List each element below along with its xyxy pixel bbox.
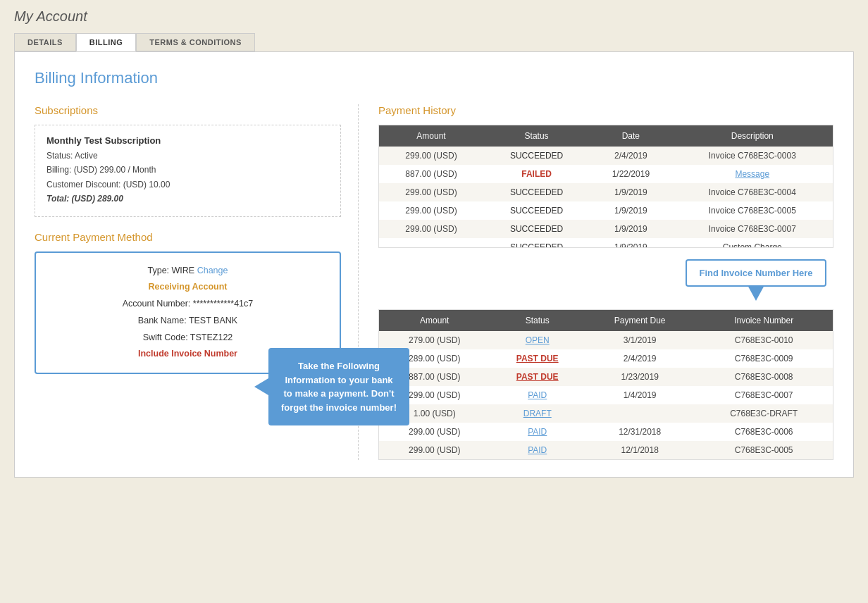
col-description: Description [672,125,833,147]
table-row: 289.00 (USD) PAST DUE 2/4/2019 C768E3C-0… [379,349,833,368]
table-row: 299.00 (USD) SUCCEEDED 2/4/2019 Invoice … [379,147,833,165]
table-row: SUCCEEDED 1/9/2019 Custom Charge [379,238,833,248]
tab-details[interactable]: DETAILS [14,33,76,51]
cell-status[interactable]: PAST DUE [490,349,585,368]
table-row: 1.00 (USD) DRAFT C768E3C-DRAFT [379,404,833,423]
cell-status[interactable]: PAST DUE [490,368,585,386]
cell-payment-due: 12/31/2018 [585,423,695,441]
payment-history-title: Payment History [378,104,833,116]
cell-status: SUCCEEDED [483,201,590,220]
cell-status: FAILED [483,165,590,183]
cell-amount: 299.00 (USD) [379,147,483,165]
table-row: 299.00 (USD) PAID 12/1/2018 C768E3C-0005 [379,441,833,459]
table-row: 299.00 (USD) SUCCEEDED 1/9/2019 Invoice … [379,201,833,220]
cell-invoice-number: C768E3C-0006 [695,423,833,441]
cell-invoice-number: C768E3C-0010 [695,331,833,349]
tab-terms[interactable]: TERMS & CONDITIONS [136,33,255,51]
description-text: Invoice C768E3C-0005 [709,206,796,216]
arrow-left-icon [254,378,268,395]
col-date: Date [590,125,671,147]
cell-date: 1/9/2019 [590,201,671,220]
inv-col-amount: Amount [379,310,490,331]
billing-title: Billing Information [35,69,833,87]
two-col-layout: Subscriptions Monthly Test Subscription … [35,104,833,460]
payment-history-table-container[interactable]: Amount Status Date Description 299.00 (U… [378,125,833,248]
cell-payment-due: 2/4/2019 [585,349,695,368]
inv-col-status: Status [490,310,585,331]
cell-amount: 299.00 (USD) [379,201,483,220]
description-text: Invoice C768E3C-0003 [709,151,796,161]
cell-amount: 279.00 (USD) [379,331,490,349]
description-text: Invoice C768E3C-0004 [709,187,796,197]
col-status: Status [483,125,590,147]
description-link[interactable]: Message [735,169,769,179]
cell-date: 2/4/2019 [590,147,671,165]
cell-date: 1/9/2019 [590,238,671,248]
cell-description: Invoice C768E3C-0004 [672,183,833,201]
cell-description: Message [672,165,833,183]
subscription-status: Status: Active [46,149,329,163]
cell-payment-due: 12/1/2018 [585,441,695,459]
cell-amount [379,238,483,248]
cell-description: Custom Charge [672,238,833,248]
cell-invoice-number: C768E3C-0009 [695,349,833,368]
cell-amount: 299.00 (USD) [379,441,490,459]
invoices-table-container[interactable]: Amount Status Payment Due Invoice Number… [378,309,833,460]
arrow-down-icon [748,285,764,301]
subscription-discount: Customer Discount: (USD) 10.00 [46,178,329,192]
swift-code: Swift Code: TSTEZ122 [47,330,328,347]
description-text: Custom Charge [723,242,782,248]
tabs-bar: DETAILS BILLING TERMS & CONDITIONS [14,33,854,51]
cell-status: SUCCEEDED [483,183,590,201]
cell-invoice-number: C768E3C-0008 [695,368,833,386]
find-invoice-callout: Find Invoice Number Here [686,259,826,287]
col-amount: Amount [379,125,483,147]
cell-status[interactable]: OPEN [490,331,585,349]
cell-date: 1/22/2019 [590,165,671,183]
invoices-table: Amount Status Payment Due Invoice Number… [379,310,833,459]
callout-bubble-wrapper: Take the Following Information to your b… [254,348,409,425]
cell-status[interactable]: PAID [490,423,585,441]
table-row: 299.00 (USD) SUCCEEDED 1/9/2019 Invoice … [379,183,833,201]
cell-status[interactable]: PAID [490,441,585,459]
cell-payment-due [585,404,695,423]
cell-status[interactable]: DRAFT [490,404,585,423]
cell-description: Invoice C768E3C-0007 [672,220,833,238]
table-row: 887.00 (USD) FAILED 1/22/2019 Message [379,165,833,183]
cell-invoice-number: C768E3C-DRAFT [695,404,833,423]
cell-payment-due: 3/1/2019 [585,331,695,349]
table-row: 299.00 (USD) PAID 12/31/2018 C768E3C-000… [379,423,833,441]
cell-payment-due: 1/4/2019 [585,386,695,404]
cell-description: Invoice C768E3C-0003 [672,147,833,165]
cell-status: SUCCEEDED [483,147,590,165]
payment-type: Type: WIRE Change [47,263,328,280]
find-invoice-area: Find Invoice Number Here [378,259,833,287]
cell-amount: 887.00 (USD) [379,165,483,183]
right-column: Payment History Amount Status Date Descr… [359,104,833,460]
tab-billing[interactable]: BILLING [76,33,137,51]
cell-payment-due: 1/23/2019 [585,368,695,386]
cell-amount: 299.00 (USD) [379,220,483,238]
description-text: Invoice C768E3C-0007 [709,224,796,234]
table-row: 299.00 (USD) PAID 1/4/2019 C768E3C-0007 [379,386,833,404]
cell-date: 1/9/2019 [590,183,671,201]
account-number: Account Number: ************41c7 [47,296,328,313]
cell-invoice-number: C768E3C-0007 [695,386,833,404]
cell-date: 1/9/2019 [590,220,671,238]
inv-col-payment-due: Payment Due [585,310,695,331]
table-row: 887.00 (USD) PAST DUE 1/23/2019 C768E3C-… [379,368,833,386]
subscriptions-box: Monthly Test Subscription Status: Active… [35,125,341,217]
subscriptions-title: Subscriptions [35,104,341,116]
payment-method-title: Current Payment Method [35,231,341,243]
subscription-name: Monthly Test Subscription [46,135,329,146]
subscription-total: Total: (USD) 289.00 [46,192,329,206]
cell-status: SUCCEEDED [483,238,590,248]
receiving-account: Receiving Account [47,279,328,296]
change-link[interactable]: Change [197,266,228,275]
cell-amount: 299.00 (USD) [379,183,483,201]
bank-name: Bank Name: TEST BANK [47,313,328,330]
subscription-billing: Billing: (USD) 299.00 / Month [46,163,329,177]
page-wrapper: My Account DETAILS BILLING TERMS & CONDI… [0,0,868,492]
cell-invoice-number: C768E3C-0005 [695,441,833,459]
cell-status[interactable]: PAID [490,386,585,404]
